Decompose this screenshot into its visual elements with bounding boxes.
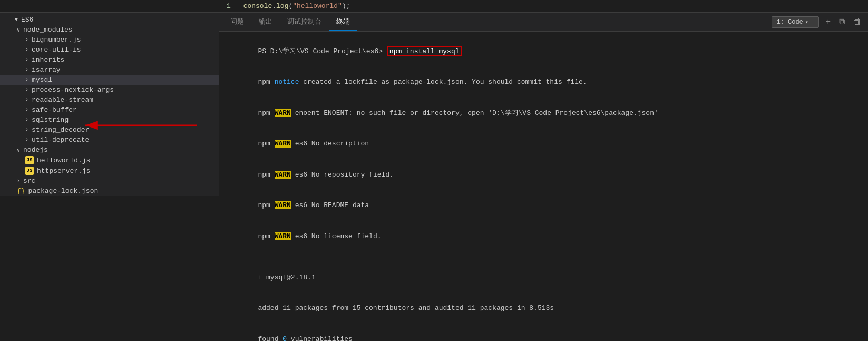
- terminal-line-6: npm WARN es6 No README data: [225, 190, 862, 221]
- json-icon: {}: [17, 187, 25, 195]
- top-code-strip: 1 console.log("helloworld");: [0, 0, 868, 13]
- terminal-line-success: + mysql@2.18.1: [225, 262, 862, 293]
- terminal-icons: + ⧉ 🗑: [823, 16, 864, 28]
- terminal-prompt: PS D:\学习\VS Code Project\es6>: [258, 47, 386, 55]
- terminal-dropdown-label: 1: Code: [776, 18, 803, 26]
- sidebar-root-label: ES6: [21, 16, 33, 24]
- item-label: helloworld.js: [37, 157, 90, 164]
- sidebar-root-es6[interactable]: ▼ ES6: [0, 15, 219, 25]
- right-panel: 问题 输出 调试控制台 终端 1: Code ▾ + ⧉ 🗑 PS D:\学习\…: [219, 13, 868, 341]
- code-function: console: [243, 2, 272, 10]
- item-label: readable-stream: [32, 96, 93, 104]
- terminal-line-2: npm notice created a lockfile as package…: [225, 67, 862, 98]
- add-terminal-button[interactable]: +: [823, 16, 833, 28]
- chevron-right-icon: ›: [25, 67, 28, 73]
- split-terminal-button[interactable]: ⧉: [837, 16, 847, 28]
- sidebar-item-bignumber[interactable]: › bignumber.js: [0, 35, 219, 45]
- line-number: 1: [227, 2, 231, 10]
- sidebar-item-readable-stream[interactable]: › readable-stream: [0, 95, 219, 105]
- terminal-content[interactable]: PS D:\学习\VS Code Project\es6> npm instal…: [219, 32, 868, 341]
- src-label: src: [23, 177, 35, 185]
- chevron-right-icon: ›: [25, 57, 28, 63]
- sidebar-item-nodejs[interactable]: ∨ nodejs: [0, 145, 219, 155]
- chevron-right-icon: ›: [25, 117, 28, 123]
- tab-output[interactable]: 输出: [251, 14, 280, 31]
- sidebar: ▼ ES6 ∨ node_modules › bignumber.js › co…: [0, 13, 219, 196]
- sidebar-item-package-lock[interactable]: {} package-lock.json: [0, 186, 219, 196]
- terminal-line-5: npm WARN es6 No repository field.: [225, 159, 862, 190]
- item-label: httpserver.js: [37, 167, 90, 175]
- chevron-down-icon: ∨: [17, 147, 20, 153]
- sidebar-item-inherits[interactable]: › inherits: [0, 55, 219, 65]
- terminal-line-3: npm WARN enoent ENOENT: no such file or …: [225, 98, 862, 129]
- chevron-right-icon: ›: [25, 47, 28, 53]
- terminal-line-added: added 11 packages from 15 contributors a…: [225, 293, 862, 324]
- sidebar-item-isarray[interactable]: › isarray: [0, 65, 219, 75]
- chevron-down-icon: ▾: [805, 19, 808, 25]
- item-label: isarray: [32, 66, 61, 74]
- sidebar-item-src[interactable]: › src: [0, 176, 219, 186]
- tab-terminal[interactable]: 终端: [329, 14, 357, 31]
- sidebar-item-helloworld[interactable]: JS helloworld.js: [0, 155, 219, 165]
- tab-debug-console[interactable]: 调试控制台: [280, 14, 329, 31]
- chevron-down-icon: ∨: [17, 27, 20, 33]
- node-modules-label: node_modules: [23, 26, 73, 34]
- sidebar-item-string-decoder[interactable]: › string_decoder: [0, 125, 219, 135]
- sidebar-item-safe-buffer[interactable]: › safe-buffer: [0, 105, 219, 115]
- chevron-right-icon: ›: [25, 87, 28, 93]
- sidebar-item-httpserver[interactable]: JS httpserver.js: [0, 165, 219, 176]
- sidebar-item-sqlstring[interactable]: › sqlstring: [0, 115, 219, 125]
- nodejs-label: nodejs: [23, 146, 48, 154]
- sidebar-item-core-util-is[interactable]: › core-util-is: [0, 45, 219, 55]
- chevron-right-icon: ›: [25, 127, 28, 133]
- sidebar-item-process-nextick[interactable]: › process-nextick-args: [0, 85, 219, 95]
- item-label: mysql: [32, 76, 52, 84]
- tab-issues[interactable]: 问题: [223, 14, 251, 31]
- chevron-right-icon: ›: [25, 77, 28, 83]
- chevron-right-icon: ›: [25, 97, 28, 103]
- item-label: safe-buffer: [32, 106, 77, 114]
- item-label: util-deprecate: [32, 136, 89, 144]
- item-label: sqlstring: [32, 116, 69, 124]
- js-icon: JS: [25, 167, 34, 175]
- item-label: bignumber.js: [32, 36, 81, 44]
- item-label: inherits: [32, 56, 64, 64]
- chevron-right-icon: ›: [25, 107, 28, 113]
- terminal-line-4: npm WARN es6 No description: [225, 129, 862, 160]
- npm-command-highlight: npm install mysql: [387, 46, 462, 56]
- sidebar-item-node-modules[interactable]: ∨ node_modules: [0, 25, 219, 35]
- sidebar-item-util-deprecate[interactable]: › util-deprecate: [0, 135, 219, 145]
- close-terminal-button[interactable]: 🗑: [851, 16, 864, 28]
- chevron-down-icon: ▼: [15, 17, 18, 23]
- chevron-right-icon: ›: [25, 37, 28, 43]
- sidebar-item-mysql[interactable]: › mysql: [0, 75, 219, 85]
- terminal-line-1: PS D:\学习\VS Code Project\es6> npm instal…: [225, 36, 862, 67]
- chevron-right-icon: ›: [25, 137, 28, 143]
- terminal-tabs: 问题 输出 调试控制台 终端 1: Code ▾ + ⧉ 🗑: [219, 13, 868, 32]
- terminal-line-7: npm WARN es6 No license field.: [225, 221, 862, 252]
- terminal-line-found: found 0 vulnerabilities: [225, 324, 862, 341]
- item-label: string_decoder: [32, 126, 89, 134]
- terminal-dropdown[interactable]: 1: Code ▾: [772, 16, 819, 28]
- item-label: package-lock.json: [28, 187, 99, 195]
- terminal-blank-1: [225, 252, 862, 262]
- item-label: core-util-is: [32, 46, 81, 54]
- item-label: process-nextick-args: [32, 86, 114, 94]
- chevron-right-icon: ›: [17, 178, 20, 184]
- js-icon: JS: [25, 156, 34, 164]
